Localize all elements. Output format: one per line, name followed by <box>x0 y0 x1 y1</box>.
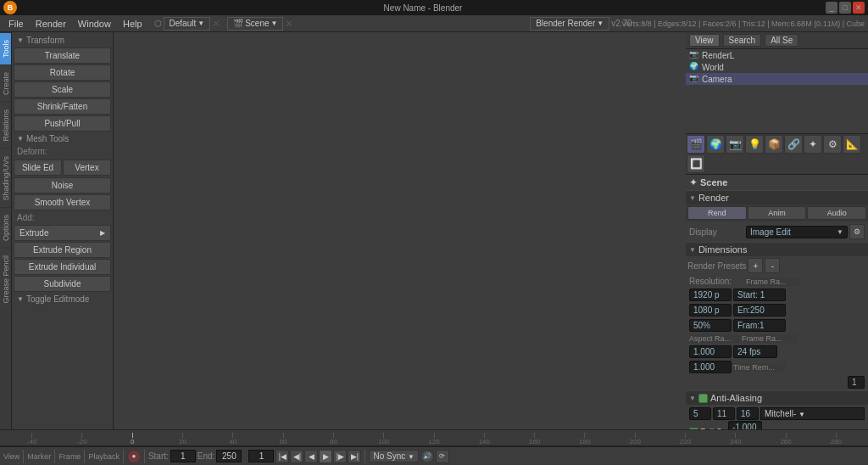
outliner-item-camera[interactable]: 📷 Camera <box>686 73 868 85</box>
render-tab-rend[interactable]: Rend <box>687 206 747 220</box>
scale-button[interactable]: Scale <box>14 81 111 98</box>
outliner-tab-allse[interactable]: All Se <box>765 34 798 47</box>
material-properties-icon[interactable]: 🔗 <box>784 135 803 154</box>
shrink-fatten-button[interactable]: Shrink/Fatten <box>14 98 111 115</box>
next-keyframe-button[interactable]: |▶ <box>333 450 347 463</box>
noise-button[interactable]: Noise <box>14 177 111 193</box>
scene-star-icon: ✦ <box>689 176 698 188</box>
end-label: End: <box>198 451 215 461</box>
title-text: New Name - Blender <box>20 3 826 13</box>
resolution-h-field[interactable]: 1080 p <box>689 304 732 317</box>
timeline-marker-menu[interactable]: Marker <box>27 452 51 461</box>
frame-start-field[interactable]: Start: 1 <box>733 289 786 301</box>
play-button[interactable]: ▶ <box>319 450 332 463</box>
dimensions-section-header[interactable]: Dimensions <box>686 242 868 256</box>
render-presets-add[interactable]: + <box>748 258 763 273</box>
menu-item-file[interactable]: File <box>3 17 29 31</box>
constraints-icon[interactable]: 🔳 <box>687 154 705 173</box>
jump-start-button[interactable]: |◀ <box>275 450 289 463</box>
maximize-button[interactable]: □ <box>839 2 851 14</box>
texture-properties-icon[interactable]: ✦ <box>804 135 822 154</box>
outliner-item-renderlayer[interactable]: 📷 RenderL <box>686 49 868 61</box>
frame-current-field[interactable]: Fram:1 <box>733 319 786 332</box>
scene-name: Scene <box>700 177 865 188</box>
current-frame-input[interactable] <box>248 450 274 462</box>
blender-logo-icon: B <box>3 1 17 14</box>
layout-selector[interactable]: Default ▼ <box>164 17 211 31</box>
subdivide-button[interactable]: Subdivide <box>14 276 111 292</box>
world-properties-icon[interactable]: 📷 <box>726 135 744 154</box>
extrude-individual-button[interactable]: Extrude Individual <box>14 259 111 275</box>
mesh-properties-icon[interactable]: 📦 <box>765 135 783 154</box>
viewport-area: User Persp <box>114 32 686 429</box>
close-button[interactable]: ✕ <box>853 2 865 14</box>
auto-key-button[interactable]: ● <box>127 450 141 463</box>
minimize-button[interactable]: _ <box>826 2 837 14</box>
extrude-region-button[interactable]: Extrude Region <box>14 242 111 258</box>
modifiers-icon[interactable]: 📐 <box>843 135 861 154</box>
left-tabs-panel: Tools Create Relations Shading/UVs Optio… <box>0 32 12 429</box>
extrude-button[interactable]: Extrude <box>14 225 111 241</box>
render-tab-anim[interactable]: Anim <box>748 206 807 220</box>
left-tab-shading[interactable]: Shading/UVs <box>0 148 11 208</box>
object-properties-icon[interactable]: 💡 <box>745 135 764 154</box>
display-field[interactable]: Image Edit ▼ <box>746 226 848 238</box>
vertex-button[interactable]: Vertex <box>63 160 111 176</box>
timeline-playback-menu[interactable]: Playback <box>88 452 120 461</box>
aspect-y-field[interactable]: 1.000 <box>689 361 732 373</box>
frame-end-field[interactable]: En:250 <box>733 304 786 317</box>
scene-selector[interactable]: 🎬 Scene ▼ <box>227 17 283 31</box>
smooth-vertex-button[interactable]: Smooth Vertex <box>14 194 111 210</box>
prev-keyframe-button[interactable]: ◀| <box>290 450 303 463</box>
resolution-w-field[interactable]: 1920 p <box>689 289 732 301</box>
no-sync-selector[interactable]: No Sync ▼ <box>369 450 419 462</box>
translate-button[interactable]: Translate <box>14 48 111 64</box>
outliner-tab-search[interactable]: Search <box>723 34 762 47</box>
scene-properties-icon[interactable]: 🌍 <box>706 135 725 154</box>
left-tab-options[interactable]: Options <box>0 207 11 248</box>
menu-item-window[interactable]: Window <box>73 17 116 31</box>
push-pull-button[interactable]: Push/Pull <box>14 115 111 132</box>
audio-toggle-button[interactable]: 🔊 <box>420 450 434 463</box>
anti-aliasing-checkbox[interactable] <box>698 394 708 403</box>
start-frame-input[interactable] <box>170 450 196 462</box>
left-tab-relations[interactable]: Relations <box>0 102 11 148</box>
physics-properties-icon[interactable]: ⚙ <box>823 135 842 154</box>
scene-row: ✦ Scene <box>686 175 868 190</box>
aa-filter-selector[interactable]: Mitchell- ▼ <box>760 407 865 420</box>
engine-selector[interactable]: Blender Render ▼ <box>530 17 609 31</box>
outliner-item-world[interactable]: 🌍 World <box>686 61 868 73</box>
renderlayer-icon: 📷 <box>689 50 699 60</box>
resolution-pct-field[interactable]: 50% <box>689 319 732 332</box>
aa-neg-val-field[interactable]: -1.000 p <box>728 421 762 429</box>
render-section-header[interactable]: Render <box>686 190 868 204</box>
aspect-x-field[interactable]: 1.000 <box>689 345 732 358</box>
anti-aliasing-section-header[interactable]: Anti-Aliasing <box>686 390 868 405</box>
left-tab-create[interactable]: Create <box>0 64 11 102</box>
menu-item-help[interactable]: Help <box>118 17 147 31</box>
play-back-button[interactable]: ◀ <box>304 450 318 463</box>
render-properties-icon[interactable]: 🎬 <box>687 135 705 154</box>
timeline-frame-menu[interactable]: Frame <box>58 452 81 461</box>
fps-field[interactable]: 24 fps <box>733 345 777 358</box>
slide-ed-button[interactable]: Slide Ed <box>14 160 62 176</box>
aspect-fps-values-row: 1.000 24 fps <box>686 345 868 359</box>
jump-end-button[interactable]: ▶| <box>348 450 361 463</box>
render-presets-remove[interactable]: - <box>765 258 780 273</box>
end-frame-input[interactable] <box>216 450 242 462</box>
aa-val2-field[interactable]: 16 <box>737 407 759 420</box>
render-tab-audio[interactable]: Audio <box>807 206 866 220</box>
display-extra-button[interactable]: ⚙ <box>849 224 865 239</box>
menu-item-render[interactable]: Render <box>31 17 71 31</box>
aa-samples-field[interactable]: 5 <box>689 407 711 420</box>
sync-button[interactable]: ⟳ <box>436 450 449 463</box>
toggle-editmode-section[interactable]: Toggle Editmode <box>14 293 111 305</box>
left-tab-tools[interactable]: Tools <box>0 32 11 64</box>
ruler-tick-220: 220 <box>660 433 710 445</box>
aa-val1-field[interactable]: 11 <box>713 407 735 420</box>
timeline-view-menu[interactable]: View <box>3 452 19 461</box>
left-tab-grease[interactable]: Grease Pencil <box>0 248 11 311</box>
rotate-button[interactable]: Rotate <box>14 64 111 81</box>
outliner-tab-view[interactable]: View <box>689 34 720 47</box>
time-rem-val[interactable]: 1 <box>848 376 865 389</box>
